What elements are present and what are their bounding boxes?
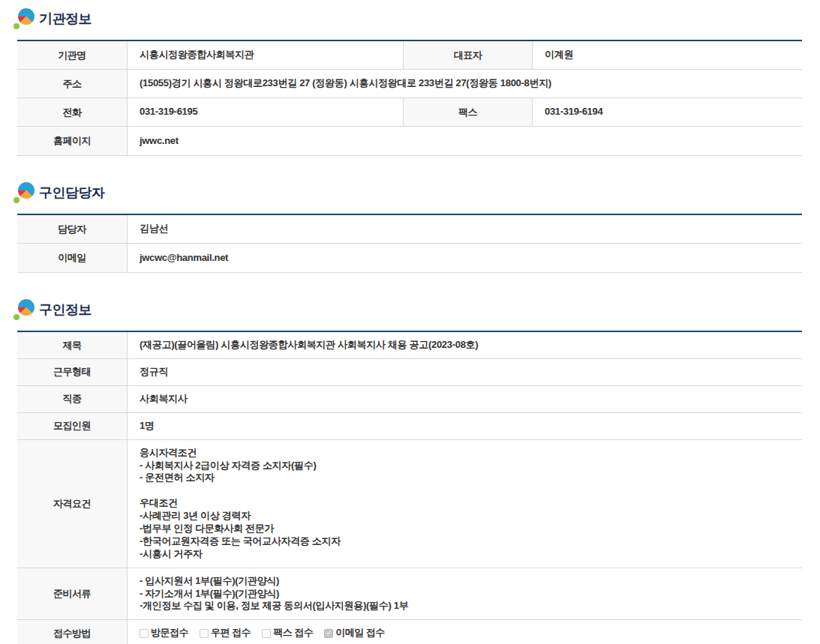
- field-value-subject: (재공고)(끌어올림) 시흥시정왕종합사회복지관 사회복지사 채용 공고(202…: [128, 332, 802, 358]
- checkbox-label-visit: 방문접수: [151, 627, 188, 640]
- pie-bullet-icon: [13, 298, 35, 321]
- section-title-contact: 구인담당자: [39, 184, 105, 202]
- table-row-phone-fax: 전화 031-319-6195 팩스 031-319-6194: [17, 98, 802, 127]
- checkbox-label-fax: 팩스 접수: [273, 627, 313, 640]
- visit-checkbox[interactable]: [140, 629, 149, 638]
- pie-bullet-icon: [13, 7, 35, 30]
- table-row-email: 이메일 jwcwc@hanmail.net: [17, 244, 802, 272]
- field-value-email: jwcwc@hanmail.net: [128, 244, 802, 272]
- section-job-info: 구인정보 제목 (재공고)(끌어올림) 시흥시정왕종합사회복지관 사회복지사 채…: [17, 298, 802, 644]
- field-value-manager: 김남선: [128, 215, 802, 243]
- field-label-openings: 모집인원: [17, 413, 128, 439]
- field-value-apply-method: 방문접수 우편 접수 팩스 접수 이메일 접수: [128, 620, 802, 644]
- table-row-occupation: 직종 사회복지사: [17, 386, 802, 413]
- field-label-homepage: 홈페이지: [17, 127, 128, 155]
- field-value-employment-type: 정규직: [128, 359, 802, 385]
- checkbox-label-email: 이메일 접수: [335, 627, 385, 640]
- checkbox-label-mail: 우편 접수: [211, 627, 251, 640]
- table-row-manager: 담당자 김남선: [17, 215, 802, 244]
- field-value-fax: 031-319-6194: [533, 98, 802, 126]
- table-row-address: 주소 (15055)경기 시흥시 정왕대로233번길 27 (정왕동) 시흥시정…: [17, 70, 802, 98]
- field-value-org-name: 시흥시정왕종합사회복지관: [128, 41, 403, 69]
- field-label-apply-method: 접수방법: [17, 620, 128, 644]
- field-label-qualifications: 자격요건: [17, 440, 128, 568]
- field-value-phone: 031-319-6195: [128, 98, 403, 126]
- field-value-occupation: 사회복지사: [128, 386, 802, 412]
- table-row-apply-method: 접수방법 방문접수 우편 접수 팩스 접수: [17, 620, 802, 644]
- table-row-employment-type: 근무형태 정규직: [17, 359, 802, 386]
- mail-checkbox[interactable]: [200, 629, 209, 638]
- email-checkbox[interactable]: [324, 629, 333, 638]
- field-label-occupation: 직종: [17, 386, 128, 412]
- org-info-table: 기관명 시흥시정왕종합사회복지관 대표자 이계원 주소 (15055)경기 시흥…: [17, 40, 802, 156]
- job-info-table: 제목 (재공고)(끌어올림) 시흥시정왕종합사회복지관 사회복지사 채용 공고(…: [17, 331, 802, 644]
- field-label-fax: 팩스: [403, 98, 533, 126]
- field-label-documents: 준비서류: [17, 568, 128, 620]
- table-row-qualifications: 자격요건 응시자격조건 - 사회복지사 2급이상 자격증 소지자(필수) - 운…: [17, 440, 802, 568]
- field-label-ceo: 대표자: [403, 41, 533, 69]
- field-label-manager: 담당자: [17, 215, 128, 243]
- field-value-address: (15055)경기 시흥시 정왕대로233번길 27 (정왕동) 시흥시정왕대로…: [128, 70, 802, 97]
- checkbox-item-email: 이메일 접수: [324, 627, 385, 640]
- field-value-qualifications: 응시자격조건 - 사회복지사 2급이상 자격증 소지자(필수) - 운전면허 소…: [128, 440, 802, 568]
- table-row-homepage: 홈페이지 jwwc.net: [17, 127, 802, 155]
- field-label-address: 주소: [17, 70, 128, 97]
- table-row-documents: 준비서류 - 입사지원서 1부(필수)(기관양식) - 자기소개서 1부(필수)…: [17, 568, 802, 621]
- section-header-contact: 구인담당자: [13, 181, 802, 204]
- field-value-ceo: 이계원: [533, 41, 802, 69]
- field-label-subject: 제목: [17, 332, 128, 358]
- checkbox-item-fax: 팩스 접수: [262, 627, 313, 640]
- section-header-org: 기관정보: [13, 7, 802, 30]
- field-label-phone: 전화: [17, 98, 128, 126]
- section-title-job: 구인정보: [39, 301, 92, 319]
- field-label-employment-type: 근무형태: [17, 359, 128, 385]
- field-label-email: 이메일: [17, 244, 128, 272]
- section-header-job: 구인정보: [13, 298, 802, 321]
- pie-bullet-icon: [13, 181, 35, 204]
- field-value-openings: 1명: [128, 413, 802, 439]
- table-row-openings: 모집인원 1명: [17, 413, 802, 440]
- section-org-info: 기관정보 기관명 시흥시정왕종합사회복지관 대표자 이계원 주소 (15055)…: [17, 7, 802, 156]
- section-title-org: 기관정보: [39, 10, 92, 28]
- checkbox-item-mail: 우편 접수: [200, 627, 251, 640]
- fax-checkbox[interactable]: [262, 629, 271, 638]
- homepage-link[interactable]: jwwc.net: [128, 127, 802, 155]
- checkbox-item-visit: 방문접수: [140, 627, 188, 640]
- field-label-org-name: 기관명: [17, 41, 128, 69]
- section-contact: 구인담당자 담당자 김남선 이메일 jwcwc@hanmail.net: [17, 181, 802, 273]
- field-value-documents: - 입사지원서 1부(필수)(기관양식) - 자기소개서 1부(필수)(기관양식…: [128, 568, 802, 620]
- table-row-org-name: 기관명 시흥시정왕종합사회복지관 대표자 이계원: [17, 41, 802, 70]
- contact-table: 담당자 김남선 이메일 jwcwc@hanmail.net: [17, 214, 802, 273]
- table-row-subject: 제목 (재공고)(끌어올림) 시흥시정왕종합사회복지관 사회복지사 채용 공고(…: [17, 332, 802, 359]
